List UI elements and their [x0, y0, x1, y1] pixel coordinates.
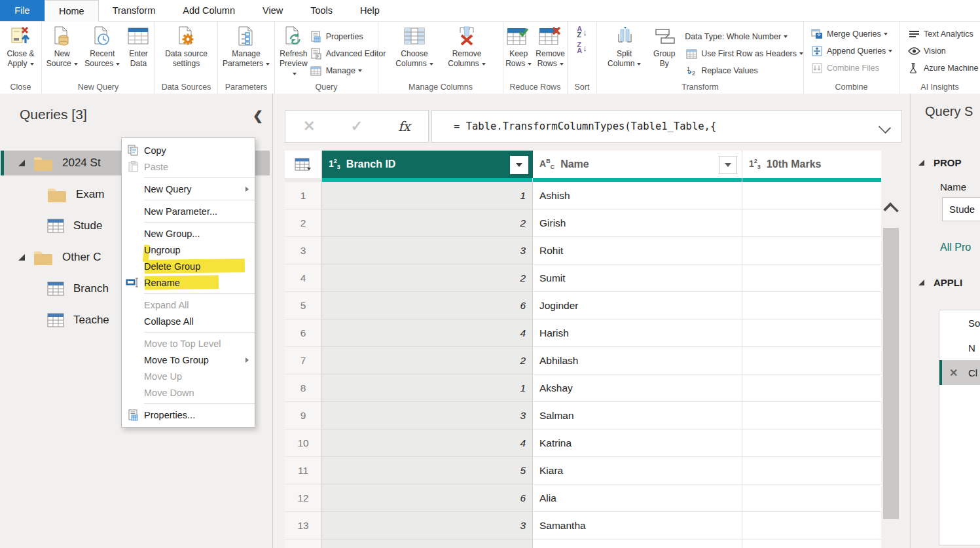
- keep-rows-button[interactable]: Keep Rows: [505, 24, 532, 69]
- remove-rows-button[interactable]: Remove Rows: [535, 24, 565, 69]
- refresh-preview-button[interactable]: Refresh Preview: [280, 24, 308, 79]
- branch-id-cell[interactable]: 2: [322, 265, 533, 292]
- scrollbar-thumb[interactable]: [883, 228, 899, 519]
- branch-id-cell[interactable]: 1: [322, 182, 533, 210]
- step-source[interactable]: So: [939, 310, 980, 335]
- data-source-settings-button[interactable]: Data source settings: [157, 24, 215, 69]
- name-cell[interactable]: Katrina: [533, 429, 742, 457]
- tab-add-column[interactable]: Add Column: [169, 0, 249, 21]
- select-all-cell[interactable]: [285, 151, 322, 178]
- name-cell[interactable]: Alia: [533, 484, 742, 512]
- menu-item-collapse-all[interactable]: Collapse All: [122, 313, 255, 329]
- expanded-triangle-icon[interactable]: [18, 254, 25, 261]
- group-by-button[interactable]: Group By: [649, 24, 679, 69]
- remove-columns-button[interactable]: Remove Columns: [443, 24, 491, 69]
- menu-item-properties[interactable]: Properties...: [122, 407, 255, 423]
- all-properties-link[interactable]: All Pro: [940, 242, 971, 253]
- row-number[interactable]: 9: [285, 402, 322, 429]
- vision-button[interactable]: Vision: [907, 43, 980, 60]
- branch-id-cell[interactable]: 2: [322, 210, 533, 237]
- branch-id-cell[interactable]: 2: [322, 347, 533, 374]
- row-number[interactable]: 6: [285, 320, 322, 347]
- marks-cell[interactable]: [742, 210, 881, 237]
- query-name-input[interactable]: [942, 197, 980, 221]
- azure-machine-learning-button[interactable]: Azure Machine: [907, 60, 980, 77]
- marks-cell[interactable]: [742, 347, 881, 374]
- name-cell[interactable]: Samantha: [533, 512, 742, 539]
- step-navigation[interactable]: N: [939, 335, 980, 360]
- marks-cell[interactable]: [742, 457, 881, 484]
- menu-item-ungroup[interactable]: Ungroup: [122, 242, 255, 258]
- branch-id-cell[interactable]: 4: [322, 320, 533, 347]
- marks-cell[interactable]: [742, 237, 881, 265]
- row-number[interactable]: 10: [285, 429, 322, 457]
- merge-queries-button[interactable]: Merge Queries: [810, 26, 899, 43]
- formula-input[interactable]: = Table.TransformColumnTypes(Table1_Tabl…: [431, 110, 902, 143]
- use-first-row-as-headers-button[interactable]: Use First Row as Headers: [685, 45, 803, 62]
- marks-cell[interactable]: [742, 429, 881, 457]
- tab-transform[interactable]: Transform: [99, 0, 170, 21]
- replace-values-button[interactable]: 12 Replace Values: [685, 62, 803, 79]
- menu-item-copy[interactable]: Copy: [122, 142, 255, 158]
- fx-icon[interactable]: fx: [398, 119, 410, 134]
- row-number[interactable]: 11: [285, 457, 322, 484]
- marks-cell[interactable]: [742, 484, 881, 512]
- choose-columns-button[interactable]: Choose Columns: [390, 24, 439, 69]
- branch-id-cell[interactable]: 3: [322, 237, 533, 265]
- row-number[interactable]: 5: [285, 292, 322, 320]
- menu-item-new-group[interactable]: New Group...: [122, 225, 255, 242]
- column-header-name[interactable]: ABC Name: [533, 151, 742, 178]
- marks-cell[interactable]: [742, 402, 881, 429]
- row-number[interactable]: 1: [285, 182, 322, 210]
- row-number[interactable]: 3: [285, 237, 322, 265]
- branch-id-cell[interactable]: 1: [322, 374, 533, 402]
- name-cell[interactable]: Harish: [533, 320, 742, 347]
- manage-button[interactable]: Manage: [310, 62, 386, 79]
- delete-step-icon[interactable]: ✕: [949, 367, 958, 379]
- expanded-triangle-icon[interactable]: [18, 160, 25, 166]
- column-header-10th-marks[interactable]: 123 10th Marks: [742, 151, 881, 178]
- branch-id-cell[interactable]: 6: [322, 484, 533, 512]
- new-source-button[interactable]: New Source: [44, 24, 80, 69]
- step-changed-type[interactable]: ✕ Cl: [939, 360, 980, 385]
- tab-view[interactable]: View: [249, 0, 297, 21]
- tab-file[interactable]: File: [0, 0, 45, 21]
- marks-cell[interactable]: [742, 292, 881, 320]
- branch-id-cell[interactable]: 5: [322, 457, 533, 484]
- commit-formula-icon[interactable]: ✓: [351, 118, 363, 135]
- row-number[interactable]: 8: [285, 374, 322, 402]
- close-and-apply-button[interactable]: Close & Apply: [2, 24, 39, 69]
- data-type-button[interactable]: Data Type: Whole Number: [685, 28, 803, 45]
- menu-item-new-parameter[interactable]: New Parameter...: [122, 203, 255, 219]
- marks-cell[interactable]: [742, 320, 881, 347]
- grid-vertical-scrollbar[interactable]: [882, 183, 900, 548]
- enter-data-button[interactable]: Enter Data: [124, 24, 153, 69]
- name-cell[interactable]: Rohit: [533, 237, 742, 265]
- name-cell[interactable]: Akshay: [533, 374, 742, 402]
- column-header-branch-id[interactable]: 123 Branch ID: [322, 151, 533, 178]
- name-cell[interactable]: Kiara: [533, 457, 742, 484]
- menu-item-new-query[interactable]: New Query: [122, 181, 255, 197]
- marks-cell[interactable]: [742, 182, 881, 210]
- marks-cell[interactable]: [742, 374, 881, 402]
- manage-parameters-button[interactable]: Manage Parameters: [220, 24, 272, 69]
- cancel-formula-icon[interactable]: ✕: [303, 118, 315, 135]
- menu-item-rename[interactable]: Rename: [122, 274, 255, 291]
- name-cell[interactable]: Girish: [533, 210, 742, 237]
- menu-item-move-to-group[interactable]: Move To Group: [122, 352, 255, 368]
- sort-descending-button[interactable]: ZA↓: [577, 42, 587, 54]
- applied-steps-section-header[interactable]: APPLI: [918, 277, 962, 288]
- append-queries-button[interactable]: Append Queries: [810, 43, 899, 60]
- marks-cell[interactable]: [742, 512, 881, 539]
- tab-help[interactable]: Help: [346, 0, 393, 21]
- collapse-panel-chevron-icon[interactable]: ❮: [253, 108, 263, 123]
- advanced-editor-button[interactable]: Advanced Editor: [310, 45, 386, 62]
- properties-section-header[interactable]: PROP: [918, 157, 962, 168]
- branch-id-cell[interactable]: 6: [322, 292, 533, 320]
- row-number[interactable]: 13: [285, 512, 322, 539]
- text-analytics-button[interactable]: Text Analytics: [907, 26, 980, 43]
- recent-sources-button[interactable]: Recent Sources: [84, 24, 120, 69]
- sort-ascending-button[interactable]: AZ↓: [577, 26, 587, 38]
- name-cell[interactable]: Joginder: [533, 292, 742, 320]
- name-cell[interactable]: Salman: [533, 402, 742, 429]
